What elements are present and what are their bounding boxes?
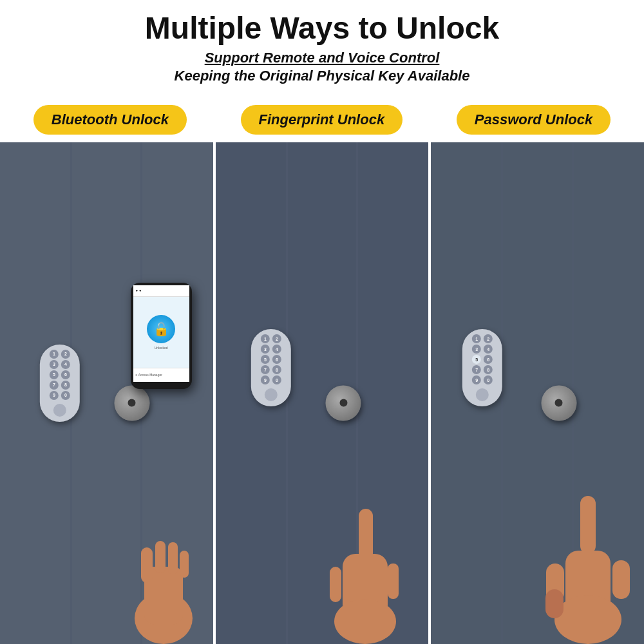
svg-rect-3 (155, 541, 166, 573)
key-fp-8: 8 (272, 365, 281, 374)
keyhole-bt (128, 399, 136, 407)
svg-rect-4 (168, 542, 178, 574)
phone-app-bar: ● ● (133, 285, 189, 297)
fingerprint-sensor-bt (53, 404, 66, 417)
key-fp-6: 6 (272, 355, 281, 364)
key-0: 0 (61, 391, 70, 400)
key-fp-9: 9 (261, 375, 270, 384)
key-pw-5-active: 5 (472, 355, 481, 364)
app-menu: ≡ Access Manager (136, 373, 162, 377)
bluetooth-lock-icon: 🔓 (147, 315, 175, 343)
key-pw-2: 2 (484, 334, 493, 343)
main-container: Multiple Ways to Unlock Support Remote a… (0, 0, 644, 644)
svg-rect-9 (330, 567, 341, 602)
key-fp-0: 0 (272, 375, 281, 384)
key-pw-8: 8 (484, 365, 493, 374)
subtitle-remote-voice: Support Remote and Voice Control (13, 50, 631, 66)
app-title: ● ● (136, 289, 142, 292)
deadbolt-bluetooth (114, 385, 149, 421)
key-9: 9 (50, 391, 59, 400)
keypad-fingerprint: 1 2 3 4 5 6 7 8 (251, 329, 291, 406)
key-pw-1: 1 (472, 334, 481, 343)
key-3: 3 (50, 360, 59, 369)
svg-rect-6 (359, 509, 373, 560)
badge-password: Password Unlock (457, 105, 611, 135)
svg-rect-15 (612, 560, 630, 599)
hand-fingerprint-svg (323, 496, 407, 644)
key-fp-5: 5 (261, 355, 270, 364)
key-pw-7: 7 (472, 365, 481, 374)
badge-fingerprint: Fingerprint Unlock (241, 105, 403, 135)
deadbolt-fingerprint (326, 385, 361, 421)
fingerprint-sensor-fp (265, 388, 278, 401)
keyhole-pw (555, 399, 563, 407)
main-title: Multiple Ways to Unlock (13, 12, 631, 46)
key-8: 8 (61, 381, 70, 390)
door-line-5 (501, 142, 503, 644)
svg-point-13 (554, 595, 621, 644)
key-1: 1 (50, 350, 59, 359)
key-pw-6: 6 (484, 355, 493, 364)
svg-rect-10 (388, 564, 399, 599)
svg-point-8 (334, 599, 396, 644)
key-fp-4: 4 (272, 345, 281, 354)
images-row: 1 2 3 4 5 6 7 8 (0, 142, 644, 644)
deadbolt-password (541, 385, 576, 421)
phone-screen: ● ● 🔓 Unlocked ≡ Access Manager (133, 285, 189, 382)
key-pw-9: 9 (472, 375, 481, 384)
key-7: 7 (50, 381, 59, 390)
header-section: Multiple Ways to Unlock Support Remote a… (0, 0, 644, 100)
fingerprint-panel: 1 2 3 4 5 6 7 8 (216, 142, 429, 644)
key-fp-7: 7 (261, 365, 270, 374)
fingerprint-sensor-pw (476, 388, 489, 401)
hand-phone-svg (125, 515, 202, 644)
badges-row: Bluetooth Unlock Fingerprint Unlock Pass… (0, 100, 644, 142)
key-6: 6 (61, 370, 70, 379)
svg-rect-5 (180, 551, 189, 578)
key-4: 4 (61, 360, 70, 369)
svg-rect-16 (545, 589, 564, 618)
key-pw-3: 3 (472, 345, 481, 354)
key-5: 5 (50, 370, 59, 379)
hand-password-svg (543, 489, 633, 644)
password-panel: 1 2 3 4 5 6 7 8 (431, 142, 644, 644)
phone: ● ● 🔓 Unlocked ≡ Access Manager (131, 283, 192, 389)
bluetooth-panel: 1 2 3 4 5 6 7 8 (0, 142, 213, 644)
key-pw-0: 0 (484, 375, 493, 384)
phone-bottom-bar: ≡ Access Manager (133, 368, 189, 382)
key-fp-2: 2 (272, 334, 281, 343)
key-fp-1: 1 (261, 334, 270, 343)
key-fp-3: 3 (261, 345, 270, 354)
keyhole-fp (339, 399, 347, 407)
key-2: 2 (61, 350, 70, 359)
subtitle-physical-key: Keeping the Original Physical Key Availa… (13, 68, 631, 84)
svg-rect-2 (141, 547, 153, 583)
key-pw-4: 4 (484, 345, 493, 354)
badge-bluetooth: Bluetooth Unlock (33, 105, 187, 135)
keypad-password: 1 2 3 4 5 6 7 8 (462, 329, 502, 406)
keypad-bluetooth: 1 2 3 4 5 6 7 8 (40, 345, 80, 422)
svg-rect-11 (580, 496, 596, 554)
app-status: Unlocked (155, 346, 168, 350)
